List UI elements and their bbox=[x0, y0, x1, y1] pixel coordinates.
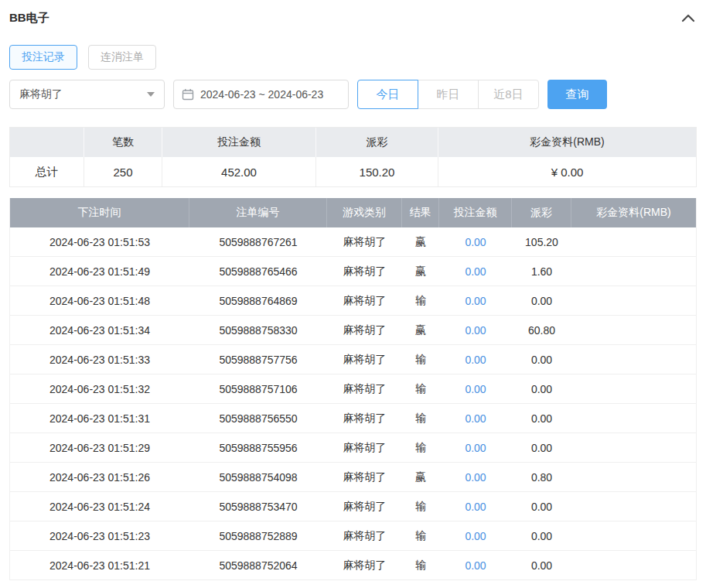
header-bet-time: 下注时间 bbox=[10, 198, 189, 227]
tab-bar: 投注记录 连消注单 bbox=[9, 45, 697, 70]
cell-game-type: 麻将胡了 bbox=[327, 374, 402, 403]
cell-order-id: 5059888753470 bbox=[189, 492, 327, 521]
table-row: 2024-06-23 01:51:23 5059888752889 麻将胡了 输… bbox=[10, 521, 696, 551]
cell-order-id: 5059888757106 bbox=[189, 374, 327, 403]
bet-amount-link[interactable]: 0.00 bbox=[465, 354, 486, 366]
cell-bonus bbox=[571, 404, 696, 432]
cell-payout: 0.80 bbox=[512, 463, 571, 491]
table-row: 2024-06-23 01:51:26 5059888754098 麻将胡了 赢… bbox=[10, 463, 696, 492]
cell-game-type: 麻将胡了 bbox=[327, 521, 402, 550]
cell-bet-time: 2024-06-23 01:51:31 bbox=[10, 404, 189, 432]
yesterday-button[interactable]: 昨日 bbox=[418, 80, 479, 109]
summary-header-count: 笔数 bbox=[84, 128, 162, 157]
cell-order-id: 5059888752889 bbox=[189, 521, 327, 550]
bet-amount-link[interactable]: 0.00 bbox=[465, 265, 486, 278]
bet-amount-link[interactable]: 0.00 bbox=[465, 501, 486, 513]
cell-payout: 0.00 bbox=[512, 286, 571, 315]
header-game-type: 游戏类别 bbox=[327, 198, 402, 227]
summary-total-count: 250 bbox=[84, 157, 162, 186]
table-header-row: 下注时间 注单编号 游戏类别 结果 投注金额 派彩 彩金资料(RMB) bbox=[10, 198, 696, 227]
bb-electronic-panel: BB电子 投注记录 连消注单 麻将胡了 2024-06-23 ~ 2024-06… bbox=[0, 0, 706, 588]
cell-result: 输 bbox=[402, 492, 439, 521]
header-bonus: 彩金资料(RMB) bbox=[571, 198, 696, 227]
search-button[interactable]: 查询 bbox=[547, 80, 607, 109]
cell-result: 赢 bbox=[402, 257, 439, 285]
bet-amount-link[interactable]: 0.00 bbox=[465, 412, 486, 425]
bet-amount-link[interactable]: 0.00 bbox=[465, 471, 486, 484]
summary-total-bet-amount: 452.00 bbox=[162, 157, 316, 186]
cell-order-id: 5059888758330 bbox=[189, 316, 327, 344]
today-button[interactable]: 今日 bbox=[357, 80, 418, 109]
summary-total-payout: 150.20 bbox=[316, 157, 438, 186]
cell-bet-time: 2024-06-23 01:51:26 bbox=[10, 463, 189, 491]
cell-bet-time: 2024-06-23 01:51:21 bbox=[10, 551, 189, 579]
cell-order-id: 5059888767261 bbox=[189, 227, 327, 256]
table-row: 2024-06-23 01:51:31 5059888756550 麻将胡了 输… bbox=[10, 404, 696, 433]
bet-amount-link[interactable]: 0.00 bbox=[465, 236, 486, 248]
date-range-picker[interactable]: 2024-06-23 ~ 2024-06-23 bbox=[173, 80, 349, 109]
page-title: BB电子 bbox=[9, 11, 49, 26]
chevron-down-icon bbox=[147, 92, 155, 97]
bet-amount-link[interactable]: 0.00 bbox=[465, 442, 486, 454]
cell-game-type: 麻将胡了 bbox=[327, 345, 402, 374]
cell-bonus bbox=[571, 374, 696, 403]
chevron-up-icon bbox=[681, 14, 695, 26]
cell-order-id: 5059888757756 bbox=[189, 345, 327, 374]
cell-payout: 0.00 bbox=[512, 551, 571, 579]
cell-game-type: 麻将胡了 bbox=[327, 316, 402, 344]
date-range-value: 2024-06-23 ~ 2024-06-23 bbox=[200, 88, 323, 101]
tab-bet-records[interactable]: 投注记录 bbox=[9, 45, 77, 70]
cell-bet-time: 2024-06-23 01:51:53 bbox=[10, 227, 189, 256]
bet-amount-link[interactable]: 0.00 bbox=[465, 530, 486, 542]
bet-amount-link[interactable]: 0.00 bbox=[465, 295, 486, 307]
summary-header-payout: 派彩 bbox=[316, 128, 438, 157]
cell-payout: 105.20 bbox=[512, 227, 571, 256]
cell-payout: 0.00 bbox=[512, 345, 571, 374]
cell-bet-time: 2024-06-23 01:51:49 bbox=[10, 257, 189, 285]
cell-result: 输 bbox=[402, 551, 439, 579]
tab-chain-cancel-orders[interactable]: 连消注单 bbox=[88, 45, 156, 70]
cell-bet-time: 2024-06-23 01:51:32 bbox=[10, 374, 189, 403]
cell-bonus bbox=[571, 345, 696, 374]
table-row: 2024-06-23 01:51:24 5059888753470 麻将胡了 输… bbox=[10, 492, 696, 521]
last-8-days-button[interactable]: 近8日 bbox=[478, 80, 539, 109]
cell-game-type: 麻将胡了 bbox=[327, 433, 402, 462]
table-row: 2024-06-23 01:51:32 5059888757106 麻将胡了 输… bbox=[10, 374, 696, 404]
cell-game-type: 麻将胡了 bbox=[327, 492, 402, 521]
bet-amount-link[interactable]: 0.00 bbox=[465, 324, 486, 337]
table-row: 2024-06-23 01:51:49 5059888765466 麻将胡了 赢… bbox=[10, 257, 696, 286]
quick-date-buttons: 今日 昨日 近8日 bbox=[357, 80, 539, 109]
cell-bonus bbox=[571, 463, 696, 491]
cell-payout: 0.00 bbox=[512, 521, 571, 550]
panel-header: BB电子 bbox=[9, 11, 697, 26]
cell-result: 赢 bbox=[402, 463, 439, 491]
cell-bet-time: 2024-06-23 01:51:24 bbox=[10, 492, 189, 521]
cell-result: 输 bbox=[402, 345, 439, 374]
bet-amount-link[interactable]: 0.00 bbox=[465, 559, 486, 572]
game-select-value: 麻将胡了 bbox=[19, 87, 63, 101]
cell-game-type: 麻将胡了 bbox=[327, 404, 402, 432]
cell-bet-time: 2024-06-23 01:51:23 bbox=[10, 521, 189, 550]
summary-total-label: 总计 bbox=[10, 157, 84, 186]
filter-bar: 麻将胡了 2024-06-23 ~ 2024-06-23 今日 昨日 近8日 查… bbox=[9, 80, 697, 109]
cell-game-type: 麻将胡了 bbox=[327, 227, 402, 256]
cell-game-type: 麻将胡了 bbox=[327, 286, 402, 315]
cell-bonus bbox=[571, 551, 696, 579]
cell-result: 输 bbox=[402, 521, 439, 550]
cell-result: 输 bbox=[402, 433, 439, 462]
table-row: 2024-06-23 01:51:53 5059888767261 麻将胡了 赢… bbox=[10, 227, 696, 257]
cell-bonus bbox=[571, 257, 696, 285]
cell-bet-time: 2024-06-23 01:51:48 bbox=[10, 286, 189, 315]
game-select[interactable]: 麻将胡了 bbox=[9, 80, 165, 109]
calendar-icon bbox=[182, 88, 194, 101]
collapse-panel-button[interactable] bbox=[680, 12, 697, 25]
cell-bet-time: 2024-06-23 01:51:33 bbox=[10, 345, 189, 374]
bet-amount-link[interactable]: 0.00 bbox=[465, 383, 486, 395]
cell-payout: 0.00 bbox=[512, 492, 571, 521]
cell-payout: 0.00 bbox=[512, 433, 571, 462]
cell-result: 输 bbox=[402, 404, 439, 432]
cell-game-type: 麻将胡了 bbox=[327, 463, 402, 491]
cell-order-id: 5059888755956 bbox=[189, 433, 327, 462]
header-order-id: 注单编号 bbox=[189, 198, 327, 227]
cell-order-id: 5059888754098 bbox=[189, 463, 327, 491]
